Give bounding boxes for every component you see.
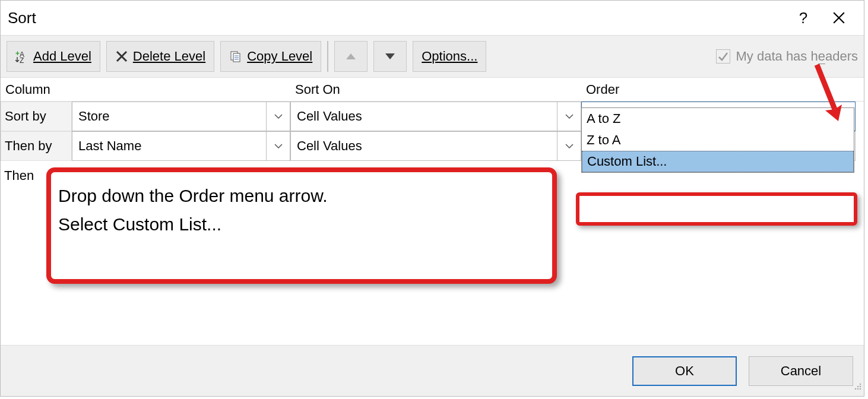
header-column: Column <box>1 82 290 97</box>
options-label: Options... <box>422 49 477 64</box>
sorton-combo[interactable]: Cell Values <box>290 131 581 161</box>
chevron-down-icon <box>557 102 581 131</box>
chevron-down-icon <box>266 102 290 131</box>
column-value: Last Name <box>78 138 141 154</box>
copy-level-label: Copy Level <box>247 49 312 64</box>
dropdown-option[interactable]: Z to A <box>582 129 854 151</box>
copy-icon <box>229 50 242 63</box>
column-value: Store <box>78 109 110 124</box>
svg-text:Z: Z <box>20 56 24 63</box>
annotation-callout: Drop down the Order menu arrow. Select C… <box>46 167 557 284</box>
column-combo[interactable]: Store <box>72 102 290 131</box>
add-level-button[interactable]: + A Z Add Level <box>7 41 100 72</box>
headers-label: My data has headers <box>736 49 858 64</box>
grid-header: Column Sort On Order <box>1 78 864 102</box>
sorton-combo[interactable]: Cell Values <box>290 102 581 131</box>
svg-text:+: + <box>15 50 20 58</box>
dropdown-option[interactable]: A to Z <box>582 108 854 129</box>
resize-grip-icon[interactable] <box>853 379 863 395</box>
sorton-value: Cell Values <box>297 109 362 124</box>
titlebar: Sort ? <box>1 1 864 35</box>
delete-level-button[interactable]: Delete Level <box>106 41 214 72</box>
sorton-value: Cell Values <box>297 138 362 154</box>
callout-line1: Drop down the Order menu arrow. <box>58 182 545 210</box>
svg-marker-13 <box>385 53 395 59</box>
move-down-button[interactable] <box>373 41 407 72</box>
row-label: Sort by <box>1 102 72 131</box>
header-order: Order <box>581 82 864 97</box>
checkbox-box <box>716 49 730 64</box>
close-button[interactable] <box>821 6 857 30</box>
column-combo[interactable]: Last Name <box>72 131 290 161</box>
svg-point-19 <box>860 388 861 390</box>
dialog-footer: OK Cancel <box>1 345 864 396</box>
headers-checkbox[interactable]: My data has headers <box>716 49 858 64</box>
chevron-down-icon <box>266 132 290 160</box>
toolbar-divider <box>327 41 328 72</box>
ok-button[interactable]: OK <box>632 356 737 386</box>
svg-point-14 <box>860 384 861 385</box>
add-level-label: Add Level <box>33 49 91 64</box>
order-dropdown[interactable]: A to Z Z to A Custom List... <box>581 107 854 173</box>
cancel-button[interactable]: Cancel <box>749 356 853 386</box>
triangle-up-icon <box>346 53 356 59</box>
delete-icon <box>115 50 128 63</box>
svg-point-15 <box>857 386 859 388</box>
delete-level-label: Delete Level <box>133 49 205 64</box>
triangle-down-icon <box>385 53 395 59</box>
svg-point-17 <box>855 388 857 390</box>
options-button[interactable]: Options... <box>413 41 486 72</box>
toolbar: + A Z Add Level Delete Level Copy Level … <box>1 35 864 78</box>
svg-point-18 <box>857 388 859 390</box>
header-sorton: Sort On <box>290 82 581 97</box>
add-level-icon: + A Z <box>15 50 28 63</box>
dialog-title: Sort <box>8 9 36 27</box>
help-button[interactable]: ? <box>785 6 821 30</box>
svg-point-16 <box>860 386 861 388</box>
copy-level-button[interactable]: Copy Level <box>220 41 321 72</box>
callout-line2: Select Custom List... <box>58 210 545 239</box>
chevron-down-icon <box>557 132 581 160</box>
close-icon <box>832 11 845 24</box>
check-icon <box>718 51 728 62</box>
move-up-button[interactable] <box>334 41 368 72</box>
svg-marker-12 <box>346 53 356 59</box>
row-label: Then by <box>1 131 72 161</box>
dropdown-option-selected[interactable]: Custom List... <box>582 151 854 172</box>
